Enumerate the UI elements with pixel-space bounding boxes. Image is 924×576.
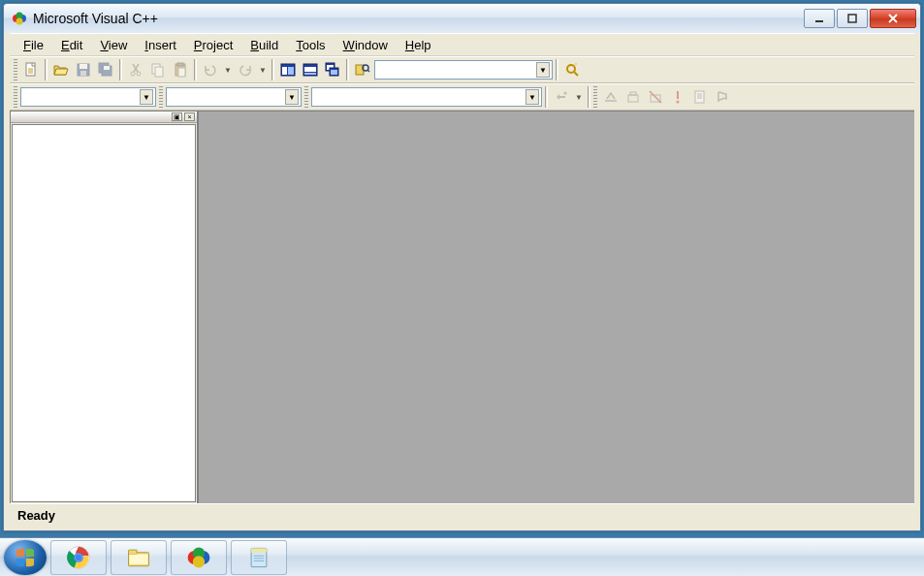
- svg-rect-47: [129, 554, 147, 564]
- filter-combo-arrow[interactable]: ▼: [285, 89, 299, 105]
- svg-rect-35: [630, 92, 636, 95]
- action-button[interactable]: [551, 86, 572, 108]
- cut-button[interactable]: [125, 59, 146, 80]
- svg-rect-24: [304, 67, 316, 72]
- taskbar-notepad[interactable]: [231, 540, 287, 575]
- svg-rect-21: [282, 67, 287, 75]
- find-in-files-button[interactable]: [352, 59, 373, 80]
- menu-project[interactable]: Project: [186, 36, 240, 54]
- panel-close-button[interactable]: ×: [184, 112, 195, 121]
- svg-rect-37: [677, 91, 679, 99]
- svg-point-33: [564, 92, 567, 95]
- breakpoint-button[interactable]: [712, 86, 733, 108]
- menu-view[interactable]: View: [92, 36, 135, 54]
- menu-edit[interactable]: Edit: [53, 36, 90, 54]
- build-button[interactable]: [622, 86, 644, 108]
- class-combo[interactable]: ▼: [20, 87, 156, 107]
- svg-point-44: [76, 554, 82, 560]
- standard-toolbar: ▼ ▼ ▼: [10, 56, 914, 83]
- filter-combo[interactable]: ▼: [166, 87, 302, 107]
- paste-button[interactable]: [170, 59, 191, 80]
- svg-rect-53: [251, 548, 267, 552]
- svg-rect-19: [178, 68, 185, 77]
- svg-rect-8: [80, 64, 87, 69]
- member-combo[interactable]: ▼: [311, 87, 542, 107]
- titlebar[interactable]: Microsoft Visual C++: [4, 4, 920, 33]
- svg-rect-39: [695, 91, 704, 103]
- toolbar-grip[interactable]: [304, 86, 308, 108]
- app-icon: [12, 11, 27, 26]
- workspace-button[interactable]: [277, 59, 299, 80]
- find-combo[interactable]: ▼: [374, 60, 553, 80]
- save-all-button[interactable]: [95, 59, 116, 80]
- go-button[interactable]: [689, 86, 711, 108]
- svg-point-13: [131, 72, 135, 76]
- execute-button[interactable]: [667, 86, 688, 108]
- menu-file[interactable]: File: [16, 36, 51, 54]
- svg-rect-9: [80, 71, 86, 76]
- compile-button[interactable]: [600, 86, 621, 108]
- taskbar-explorer[interactable]: [111, 540, 167, 575]
- workspace-panel-header[interactable]: ▣ ×: [11, 112, 197, 123]
- svg-rect-12: [104, 66, 110, 70]
- window-list-button[interactable]: [322, 59, 343, 80]
- svg-point-38: [677, 101, 680, 104]
- workspace-panel: ▣ ×: [11, 112, 199, 503]
- save-button[interactable]: [73, 59, 94, 80]
- output-button[interactable]: [300, 59, 321, 80]
- svg-point-51: [193, 556, 205, 567]
- status-text: Ready: [17, 508, 55, 523]
- menu-build[interactable]: Build: [242, 36, 286, 54]
- svg-rect-34: [628, 95, 638, 102]
- toolbar-grip[interactable]: [593, 86, 597, 108]
- menubar: File Edit View Insert Project Build Tool…: [10, 33, 914, 56]
- wizard-toolbar: ▼ ▼ ▼ ▼: [10, 83, 914, 111]
- svg-point-2: [16, 13, 23, 19]
- toolbar-grip[interactable]: [159, 86, 163, 108]
- close-button[interactable]: [870, 9, 916, 28]
- svg-rect-46: [129, 550, 138, 554]
- stop-build-button[interactable]: [645, 86, 666, 108]
- svg-rect-18: [177, 63, 183, 66]
- mdi-area: [199, 112, 914, 503]
- window-title: Microsoft Visual C++: [33, 11, 804, 26]
- svg-rect-16: [155, 67, 163, 77]
- statusbar: Ready: [10, 503, 914, 527]
- svg-rect-22: [288, 67, 294, 75]
- action-dropdown[interactable]: ▼: [573, 93, 585, 102]
- class-combo-arrow[interactable]: ▼: [140, 89, 153, 105]
- start-button[interactable]: [4, 540, 47, 575]
- svg-point-3: [16, 18, 23, 25]
- panel-dock-button[interactable]: ▣: [172, 112, 182, 121]
- taskbar: [0, 537, 924, 576]
- toolbar-grip[interactable]: [14, 59, 17, 80]
- taskbar-vcpp[interactable]: [171, 540, 227, 575]
- redo-button[interactable]: [235, 59, 256, 80]
- copy-button[interactable]: [147, 59, 169, 80]
- member-combo-arrow[interactable]: ▼: [526, 89, 539, 105]
- undo-button[interactable]: [200, 59, 221, 80]
- menu-window[interactable]: Window: [335, 36, 396, 54]
- find-button[interactable]: [561, 59, 583, 80]
- undo-dropdown[interactable]: ▼: [222, 66, 234, 75]
- svg-point-32: [567, 65, 575, 73]
- new-file-button[interactable]: [20, 59, 42, 80]
- svg-point-14: [137, 72, 141, 76]
- menu-tools[interactable]: Tools: [288, 36, 333, 54]
- find-combo-arrow[interactable]: ▼: [536, 62, 550, 78]
- redo-dropdown[interactable]: ▼: [257, 66, 269, 75]
- maximize-button[interactable]: [837, 9, 868, 28]
- menu-insert[interactable]: Insert: [137, 36, 184, 54]
- taskbar-chrome[interactable]: [50, 540, 107, 575]
- svg-rect-29: [331, 70, 337, 75]
- app-window: Microsoft Visual C++ File Edit View Inse…: [3, 3, 921, 531]
- open-button[interactable]: [50, 59, 72, 80]
- minimize-button[interactable]: [804, 9, 835, 28]
- svg-rect-25: [304, 73, 316, 75]
- workspace-tree[interactable]: [12, 124, 196, 502]
- menu-help[interactable]: Help: [398, 36, 439, 54]
- svg-rect-5: [848, 15, 856, 22]
- client-area: ▣ ×: [10, 111, 914, 503]
- toolbar-grip[interactable]: [14, 86, 17, 108]
- svg-rect-4: [815, 20, 823, 22]
